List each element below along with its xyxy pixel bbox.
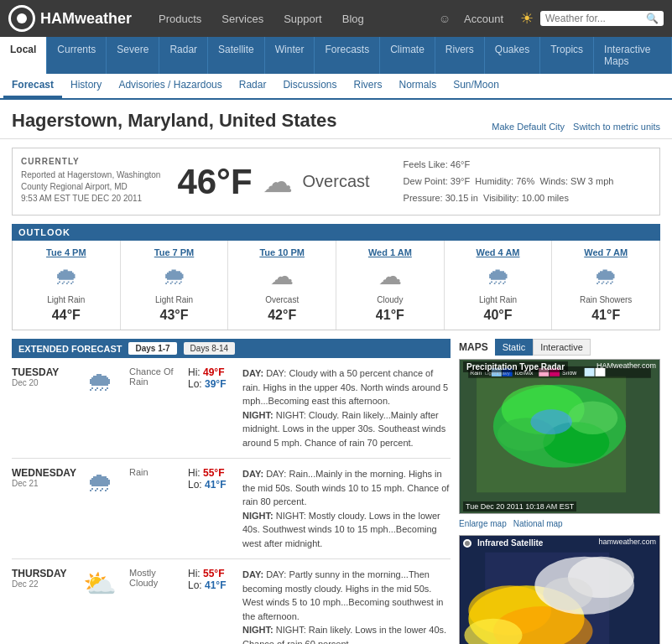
switch-metric-link[interactable]: Switch to metric units	[573, 122, 660, 132]
outlook-day-4[interactable]: Wed 4 AM	[448, 247, 549, 257]
ext-label: EXTENDED FORECAST	[18, 344, 122, 354]
nav-support[interactable]: Support	[273, 0, 332, 37]
search-icon[interactable]: 🔍	[646, 13, 659, 24]
nav-services[interactable]: Services	[211, 0, 273, 37]
settings-sun-icon[interactable]: ☀	[520, 9, 534, 28]
tab-climate[interactable]: Climate	[380, 37, 435, 74]
ext-day-period-1: DAY:	[242, 469, 266, 479]
tab-quakes[interactable]: Quakes	[485, 37, 540, 74]
outlook-temp-4: 40°F	[448, 308, 549, 323]
tab-tropics[interactable]: Tropics	[540, 37, 594, 74]
subtab-rivers[interactable]: Rivers	[345, 74, 390, 98]
radar-national-link[interactable]: National map	[513, 519, 563, 528]
sub-tabs: Forecast History Advisories / Hazardous …	[0, 74, 672, 100]
outlook-cell-2: Tue 10 PM ☁ Overcast 42°F	[228, 241, 336, 330]
svg-point-4	[568, 402, 617, 435]
logo-circle	[8, 5, 35, 32]
subtab-forecast[interactable]: Forecast	[3, 74, 62, 98]
outlook-cell-0: Tue 4 PM 🌧 Light Rain 44°F	[13, 241, 121, 330]
subtab-advisories[interactable]: Advisories / Hazardous	[110, 74, 230, 98]
content: Hagerstown, Maryland, United States Make…	[0, 100, 672, 644]
city-header: Hagerstown, Maryland, United States Make…	[0, 100, 672, 139]
satellite-svg	[460, 536, 659, 644]
ext-header: EXTENDED FORECAST Days 1-7 Days 8-14	[12, 339, 451, 358]
header: HAMweather Products Services Support Blo…	[0, 0, 672, 37]
ext-cond-0: Chance Of Rain	[129, 366, 180, 387]
subtab-sunmoon[interactable]: Sun/Moon	[445, 74, 508, 98]
tab-interactive-maps[interactable]: Interactive Maps	[594, 37, 672, 74]
logo-inner	[17, 13, 27, 23]
dew-point: Dew Point: 39°F Humidity: 76% Winds: SW …	[404, 174, 614, 190]
account-link[interactable]: Account	[454, 0, 513, 37]
logo-text: HAMweather	[40, 10, 132, 28]
outlook-day-5[interactable]: Wed 7 AM	[555, 247, 656, 257]
ext-date-1: Dec 21	[12, 479, 70, 488]
ext-day-tuesday: TUESDAY Dec 20	[12, 366, 70, 387]
ext-dayname-0: TUESDAY	[12, 366, 70, 378]
ext-temps-0: Hi: 49°F Lo: 39°F	[188, 366, 234, 390]
nav-products[interactable]: Products	[148, 0, 211, 37]
tab-currents[interactable]: Currents	[47, 37, 107, 74]
maps-tabs: MAPS Static Interactive	[459, 339, 660, 356]
ext-lo-2: 41°F	[205, 579, 226, 591]
outlook-temp-5: 41°F	[555, 308, 656, 323]
ext-icon-1: 🌧	[79, 467, 121, 498]
subtab-history[interactable]: History	[62, 74, 110, 98]
satellite-title-row: Infrared Satellite	[463, 538, 546, 548]
days-8-14-btn[interactable]: Days 8-14	[184, 342, 236, 355]
outlook-temp-0: 44°F	[16, 308, 117, 323]
outlook-day-1[interactable]: Tue 7 PM	[124, 247, 225, 257]
outlook-cell-1: Tue 7 PM 🌧 Light Rain 43°F	[121, 241, 229, 330]
outlook-desc-4: Light Rain	[448, 295, 549, 304]
ext-cond-1: Rain	[129, 467, 180, 477]
make-default-city-link[interactable]: Make Default City	[492, 122, 565, 132]
cloud-icon: ☁	[263, 164, 293, 200]
tab-local[interactable]: Local	[0, 37, 47, 74]
tab-severe[interactable]: Severe	[107, 37, 159, 74]
outlook-day-2[interactable]: Tue 10 PM	[232, 247, 332, 257]
ext-day-period-0: DAY:	[242, 368, 266, 378]
current-temp: 46°F	[177, 162, 252, 202]
outlook-desc-3: Cloudy	[340, 295, 440, 304]
feels-like: Feels Like: 46°F	[404, 157, 614, 174]
ext-lo-0: 39°F	[205, 378, 226, 390]
outlook-label: OUTLOOK	[12, 224, 660, 241]
tab-radar[interactable]: Radar	[159, 37, 208, 74]
subtab-normals[interactable]: Normals	[391, 74, 445, 98]
subtab-radar[interactable]: Radar	[231, 74, 275, 98]
person-icon: ☺	[439, 12, 451, 25]
radar-map-img: Rain Ice/Mix Snow Light Heavy Precipitat…	[459, 359, 660, 514]
nav-blog[interactable]: Blog	[332, 0, 374, 37]
map-tab-static[interactable]: Static	[495, 339, 534, 356]
city-links: Make Default City Switch to metric units	[492, 122, 660, 132]
days-1-7-btn[interactable]: Days 1-7	[128, 342, 176, 355]
satellite-map-img: Infrared Satellite hamweather.com Tue De…	[459, 535, 660, 644]
map-tab-interactive[interactable]: Interactive	[533, 339, 591, 356]
search-box: 🔍	[540, 11, 664, 26]
outlook-day-0[interactable]: Tue 4 PM	[16, 247, 117, 257]
outlook-day-3[interactable]: Wed 1 AM	[340, 247, 440, 257]
svg-point-25	[543, 578, 592, 611]
ext-lo-1: 41°F	[205, 479, 226, 491]
tab-winter[interactable]: Winter	[265, 37, 315, 74]
outlook-temp-1: 43°F	[124, 308, 225, 323]
city-name: Hagerstown, Maryland, United States	[12, 110, 337, 132]
tab-forecasts[interactable]: Forecasts	[315, 37, 380, 74]
ext-date-2: Dec 22	[12, 579, 70, 589]
radar-map-title: Precipitation Type Radar	[463, 361, 568, 372]
outlook-cell-3: Wed 1 AM ☁ Cloudy 41°F	[336, 241, 445, 330]
outlook-temp-2: 42°F	[232, 308, 332, 323]
currently-left: CURRENTLY Reported at Hagerstown, Washin…	[21, 157, 160, 206]
radar-enlarge-link[interactable]: Enlarge map	[459, 519, 507, 528]
outlook-icon-5: 🌧	[555, 262, 656, 290]
satellite-dot	[463, 539, 471, 548]
outlook-icon-3: ☁	[340, 262, 440, 290]
subtab-discussions[interactable]: Discussions	[274, 74, 345, 98]
main-tabs: Local Currents Severe Radar Satellite Wi…	[0, 37, 672, 74]
ext-hi-2: 55°F	[203, 568, 224, 579]
radar-map-links: Enlarge map National map	[459, 519, 660, 528]
tab-rivers[interactable]: Rivers	[435, 37, 485, 74]
ext-row-thursday: THURSDAY Dec 22 ⛅ Mostly Cloudy Hi: 55°F…	[12, 559, 451, 644]
search-input[interactable]	[545, 13, 646, 24]
tab-satellite[interactable]: Satellite	[208, 37, 265, 74]
